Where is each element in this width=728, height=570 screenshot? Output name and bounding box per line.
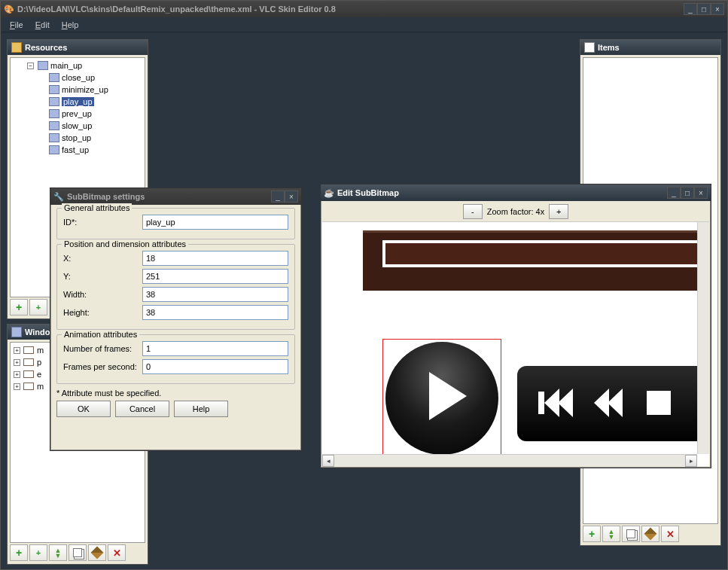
stop-icon: [647, 391, 671, 415]
scroll-right-button[interactable]: ▸: [685, 455, 697, 467]
main-window: 🎨 D:\VideoLAN\VLC\skins\DefaultRemix_unp…: [0, 0, 728, 570]
tree-row-root[interactable]: − main_up: [12, 59, 143, 72]
id-label: ID*:: [63, 218, 142, 227]
horizontal-scrollbar[interactable]: ◂ ▸: [322, 454, 697, 466]
items-icon: [584, 42, 595, 53]
expand-icon[interactable]: +: [14, 371, 20, 378]
window-item-label: m: [37, 382, 44, 391]
add-window-button[interactable]: +: [10, 544, 28, 561]
tree-row[interactable]: close_up: [12, 72, 143, 84]
updown-icon: [608, 528, 615, 541]
nof-label: Number of frames:: [63, 344, 142, 353]
item-add-button[interactable]: +: [583, 526, 601, 542]
collapse-icon[interactable]: −: [27, 62, 34, 69]
edit-subbitmap-window: ☕ Edit SubBitmap _ □ × - Zoom factor: 4x…: [320, 184, 711, 468]
menubar: File Edit Help: [1, 17, 727, 32]
duplicate-button[interactable]: [69, 544, 87, 561]
tree-root-label: main_up: [50, 61, 82, 70]
add-sub-button[interactable]: +: [29, 299, 47, 315]
items-header: Items: [580, 40, 720, 55]
edit-titlebar[interactable]: ☕ Edit SubBitmap _ □ ×: [321, 184, 711, 201]
number-of-frames-field[interactable]: [142, 341, 288, 356]
tree-row[interactable]: minimize_up: [12, 84, 143, 96]
add-button[interactable]: +: [10, 299, 28, 315]
tree-item-label: prev_up: [62, 109, 92, 118]
tree-item-label: play_up: [62, 97, 94, 106]
windows-icon: [11, 327, 22, 337]
resources-title: Resources: [25, 43, 67, 52]
item-move-button[interactable]: [602, 526, 620, 542]
fps-label: Frames per second:: [63, 362, 142, 371]
position-dimension-group: Position and dimension attributes X: Y: …: [56, 244, 295, 330]
edit-maximize-button[interactable]: □: [681, 187, 694, 199]
width-field[interactable]: [142, 287, 288, 302]
delete-icon: ✕: [666, 529, 675, 540]
menu-file[interactable]: File: [4, 19, 29, 31]
ok-button[interactable]: OK: [56, 401, 111, 417]
expand-icon[interactable]: +: [14, 347, 20, 354]
menu-help[interactable]: Help: [56, 19, 85, 31]
y-field[interactable]: [142, 269, 288, 284]
zoom-in-button[interactable]: +: [549, 204, 568, 219]
width-label: Width:: [63, 290, 142, 299]
copy-icon: [73, 548, 82, 557]
anim-group-label: Animation attributes: [62, 330, 139, 339]
window-item-label: p: [37, 358, 41, 367]
edit-title: Edit SubBitmap: [337, 188, 667, 197]
window-icon: [23, 358, 34, 366]
tree-row[interactable]: fast_up: [12, 144, 143, 156]
x-field[interactable]: [142, 251, 288, 266]
edit-button[interactable]: [88, 544, 106, 561]
updown-icon: [55, 547, 62, 559]
tree-row[interactable]: slow_up: [12, 120, 143, 132]
bitmap-icon: [38, 61, 48, 70]
settings-titlebar[interactable]: 🔧 SubBitmap settings _ ×: [50, 188, 301, 205]
bitmap-icon: [49, 121, 59, 130]
settings-close-button[interactable]: ×: [285, 191, 298, 203]
expand-icon[interactable]: +: [14, 359, 20, 366]
tree-row[interactable]: stop_up: [12, 132, 143, 144]
settings-minimize-button[interactable]: _: [271, 191, 285, 203]
general-attributes-group: General attributes ID*:: [56, 208, 295, 239]
window-icon: [23, 383, 34, 390]
help-button[interactable]: Help: [174, 401, 228, 417]
tree-item-label: minimize_up: [62, 85, 108, 94]
id-field[interactable]: [142, 215, 288, 230]
copy-icon: [626, 529, 635, 538]
zoom-out-button[interactable]: -: [463, 204, 483, 219]
menu-edit[interactable]: Edit: [29, 19, 56, 31]
item-duplicate-button[interactable]: [622, 526, 640, 542]
zoom-label: Zoom factor: 4x: [487, 207, 544, 216]
tree-row[interactable]: play_up: [12, 96, 143, 108]
posdim-group-label: Position and dimension attributes: [62, 239, 188, 248]
move-button[interactable]: [49, 544, 67, 561]
item-delete-button[interactable]: ✕: [661, 526, 679, 542]
edit-minimize-button[interactable]: _: [667, 187, 681, 199]
add-layout-button[interactable]: +: [29, 544, 47, 561]
edit-close-button[interactable]: ×: [694, 187, 708, 199]
height-field[interactable]: [142, 305, 288, 320]
cancel-button[interactable]: Cancel: [115, 401, 169, 417]
item-edit-button[interactable]: [641, 526, 659, 542]
app-body: Resources − main_up close_upminimize_upp…: [3, 33, 725, 567]
expand-icon[interactable]: +: [14, 383, 20, 390]
windows-toolbar: + + ✕: [10, 544, 145, 562]
bitmap-icon: [49, 145, 59, 154]
bitmap-canvas-area[interactable]: [322, 222, 709, 466]
frames-per-second-field[interactable]: [142, 359, 288, 374]
window-item-label: m: [37, 346, 44, 355]
selection-rectangle[interactable]: [382, 339, 501, 458]
general-group-label: General attributes: [62, 203, 132, 212]
bitmap-icon: [49, 73, 59, 82]
delete-button[interactable]: ✕: [108, 544, 126, 561]
close-button[interactable]: ×: [711, 3, 724, 15]
minimize-button[interactable]: _: [684, 3, 697, 15]
vertical-scrollbar[interactable]: [697, 222, 709, 454]
scroll-track[interactable]: [334, 455, 685, 466]
settings-icon: 🔧: [53, 191, 64, 202]
maximize-button[interactable]: □: [697, 3, 711, 15]
main-titlebar[interactable]: 🎨 D:\VideoLAN\VLC\skins\DefaultRemix_unp…: [1, 1, 727, 17]
animation-attributes-group: Animation attributes Number of frames: F…: [56, 334, 295, 384]
tree-row[interactable]: prev_up: [12, 108, 143, 120]
scroll-left-button[interactable]: ◂: [322, 455, 334, 467]
